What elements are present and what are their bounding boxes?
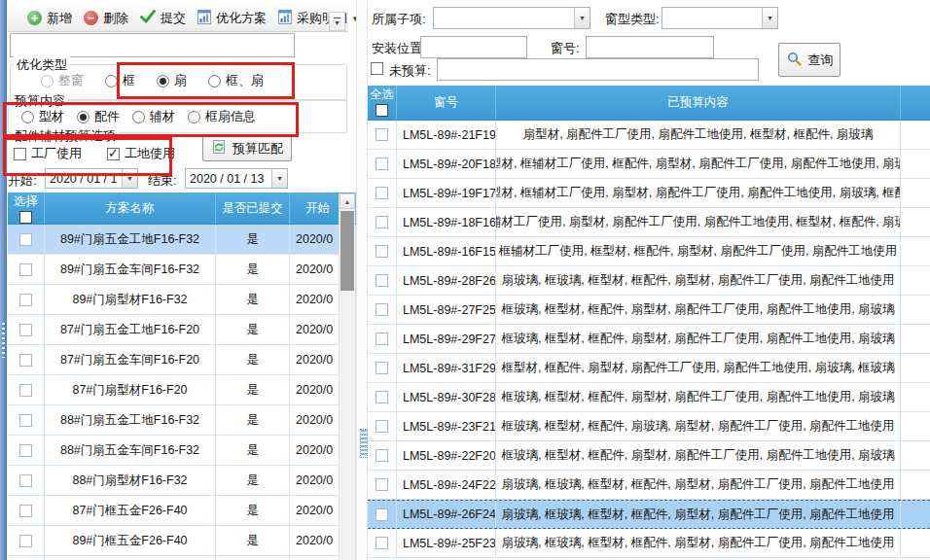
chevron-down-icon[interactable] (762, 8, 777, 28)
plan-row[interactable]: 87#门扇五金工地F16-F20是2020/0 (8, 315, 356, 345)
no-budget-input[interactable] (437, 58, 759, 81)
add-button[interactable]: 新增 (21, 7, 78, 30)
radio-option[interactable]: 型材 (21, 108, 64, 125)
toolbar-overflow-button[interactable]: ▼ (329, 12, 345, 31)
plan-row[interactable]: 89#门扇五金车间F16-F32是2020/0 (8, 255, 356, 285)
radio-icon[interactable] (157, 75, 169, 88)
plan-row[interactable]: 89#门扇型材F16-F32是2020/0 (8, 285, 356, 315)
row-checkbox[interactable] (19, 474, 32, 487)
row-checkbox[interactable] (376, 478, 388, 491)
submit-button[interactable]: 提交 (134, 7, 192, 30)
row-checkbox[interactable] (19, 535, 32, 547)
radio-option[interactable]: 配件 (77, 108, 120, 125)
window-row[interactable]: LM5L-89#-27F25框玻璃, 框型材, 框配件, 扇型材, 扇配件工厂使… (368, 296, 930, 325)
optimize-plan-button[interactable]: 优化方案 (192, 7, 272, 30)
window-row[interactable]: LM5L-89#-25F23扇玻璃, 框玻璃, 框型材, 框配件, 扇型材, 扇… (368, 529, 930, 558)
row-checkbox[interactable] (376, 216, 388, 228)
plan-name-column[interactable]: 方案名称 (45, 192, 216, 224)
sub-item-select[interactable] (433, 7, 590, 29)
plan-row[interactable]: 88#门框五金F21-F40是2020/0 (8, 556, 356, 560)
window-row[interactable]: LM5L-89#-20F18框型材, 框辅材工厂使用, 框配件, 扇型材, 扇配… (368, 150, 930, 179)
scroll-up-icon[interactable] (340, 193, 355, 209)
row-checkbox[interactable] (19, 263, 32, 276)
plan-row[interactable]: 88#门扇五金工地F16-F32是2020/0 (8, 405, 356, 436)
install-position-input[interactable] (420, 36, 527, 58)
window-row[interactable]: LM5L-89#-26F24扇玻璃, 框玻璃, 框型材, 框配件, 扇型材, 扇… (368, 500, 930, 529)
plan-row[interactable]: 89#门扇五金工地F16-F32是2020/0 (8, 225, 356, 255)
window-row[interactable]: LM5L-89#-19F17框型材, 框辅材工厂使用, 扇型材, 扇配件工厂使用… (368, 179, 930, 208)
row-checkbox[interactable] (376, 537, 388, 549)
radio-option[interactable]: 扇 (157, 72, 187, 89)
window-row[interactable]: LM5L-89#-28F26扇玻璃, 框玻璃, 框型材, 框配件, 扇型材, 扇… (368, 266, 930, 296)
row-checkbox[interactable] (19, 294, 32, 306)
query-button[interactable]: 查询 (778, 43, 841, 77)
window-row[interactable]: LM5L-89#-22F20框玻璃, 框型材, 框配件, 扇型材, 扇配件工厂使… (368, 441, 930, 471)
row-checkbox[interactable] (19, 354, 32, 367)
checkbox-option[interactable]: 工地使用 (107, 145, 175, 162)
purchase-detail-button[interactable]: 采购明细 ▾ (272, 7, 364, 30)
no-budget-checkbox[interactable] (371, 62, 383, 75)
window-type-select[interactable] (662, 7, 778, 29)
row-checkbox[interactable] (19, 384, 32, 397)
row-checkbox[interactable] (376, 274, 388, 287)
radio-option[interactable]: 框扇信息 (188, 108, 256, 125)
row-checkbox[interactable] (19, 414, 32, 427)
row-checkbox[interactable] (376, 303, 388, 316)
row-checkbox[interactable] (376, 362, 388, 374)
radio-option[interactable]: 框 (105, 72, 135, 89)
window-row[interactable]: LM5L-89#-16F15框辅材工厂使用, 框型材, 框配件, 扇型材, 扇配… (368, 237, 930, 266)
radio-icon[interactable] (188, 111, 200, 123)
panel-splitter[interactable] (356, 0, 368, 560)
dock-grip[interactable] (2, 323, 5, 358)
plan-row[interactable]: 88#门扇型材F16-F32是2020/0 (8, 466, 356, 496)
row-checkbox[interactable] (19, 233, 32, 246)
plan-row[interactable]: 87#门扇型材F16-F20是2020/0 (8, 375, 356, 405)
checkbox-icon[interactable] (14, 148, 26, 160)
radio-option[interactable]: 框、扇 (208, 72, 264, 89)
radio-icon[interactable] (21, 111, 34, 123)
radio-icon[interactable] (77, 111, 89, 123)
checkbox-icon[interactable] (107, 148, 120, 160)
window-row[interactable]: LM5L-89#-18F16框辅材工厂使用, 扇型材, 扇配件工厂使用, 扇配件… (368, 208, 930, 237)
checkbox-option[interactable]: 工厂使用 (14, 145, 82, 162)
scrollbar-thumb[interactable] (340, 211, 354, 291)
row-checkbox[interactable] (376, 508, 388, 521)
radio-icon[interactable] (105, 75, 118, 88)
radio-option[interactable]: 辅材 (132, 108, 175, 125)
chevron-down-icon[interactable] (122, 169, 137, 188)
row-checkbox[interactable] (376, 391, 388, 403)
budgeted-content-column[interactable]: 已预算内容 (496, 86, 901, 120)
splitter-grip[interactable] (361, 430, 367, 457)
chevron-down-icon[interactable] (574, 8, 590, 28)
window-row[interactable]: LM5L-89#-24F22扇玻璃, 框玻璃, 框型材, 框配件, 扇型材, 扇… (368, 471, 930, 500)
plan-row[interactable]: 87#门框五金F26-F40是2020/0 (8, 496, 356, 526)
submitted-column[interactable]: 是否已提交 (216, 192, 290, 224)
plan-filter-input[interactable] (10, 33, 295, 57)
radio-icon[interactable] (132, 111, 145, 123)
row-checkbox[interactable] (376, 449, 388, 462)
window-no-input[interactable] (586, 36, 714, 58)
row-checkbox[interactable] (376, 158, 388, 170)
row-checkbox[interactable] (376, 187, 388, 199)
window-row[interactable]: LM5L-89#-21F19扇型材, 扇配件工厂使用, 扇配件工地使用, 框型材… (368, 121, 930, 150)
plan-row[interactable]: 89#门框五金F26-F40是2020/0 (8, 526, 356, 556)
date-start-picker[interactable]: 2020 / 01 / 1 (45, 168, 138, 189)
row-checkbox[interactable] (376, 420, 388, 433)
chevron-down-icon[interactable] (271, 169, 287, 188)
window-row[interactable]: LM5L-89#-29F27框玻璃, 框型材, 框配件, 扇型材, 扇配件工厂使… (368, 325, 930, 354)
select-all-checkbox[interactable] (19, 211, 32, 224)
row-checkbox[interactable] (376, 245, 388, 258)
budget-match-button[interactable]: 预算匹配 (202, 135, 292, 161)
radio-icon[interactable] (208, 75, 221, 88)
plan-row[interactable]: 87#门扇五金车间F16-F20是2020/0 (8, 345, 356, 375)
row-checkbox[interactable] (376, 332, 388, 345)
plan-row[interactable]: 88#门扇五金车间F16-F32是2020/0 (8, 436, 356, 466)
window-row[interactable]: LM5L-89#-31F29框型材, 框配件, 扇型材, 扇配件工厂使用, 扇配… (368, 354, 930, 383)
delete-button[interactable]: 删除 (78, 7, 134, 30)
row-checkbox[interactable] (376, 128, 388, 141)
plan-table-scrollbar[interactable] (339, 193, 355, 560)
row-checkbox[interactable] (19, 444, 32, 457)
date-end-picker[interactable]: 2020 / 01 / 13 (185, 168, 288, 189)
row-checkbox[interactable] (19, 324, 32, 336)
window-row[interactable]: LM5L-89#-23F21框玻璃, 框型材, 框配件, 扇玻璃, 扇型材, 扇… (368, 412, 930, 441)
